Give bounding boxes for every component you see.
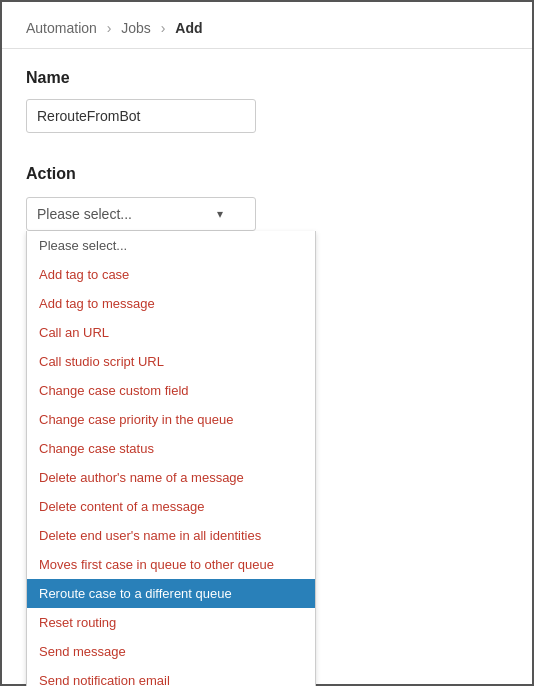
- breadcrumb-part3: Add: [175, 20, 202, 36]
- dropdown-item-placeholder[interactable]: Please select...: [27, 231, 315, 260]
- select-placeholder: Please select...: [37, 206, 132, 222]
- dropdown-item-call_url[interactable]: Call an URL: [27, 318, 315, 347]
- action-select-display[interactable]: Please select... ▾: [26, 197, 256, 231]
- breadcrumb: Automation › Jobs › Add: [2, 2, 532, 49]
- dropdown-item-call_studio[interactable]: Call studio script URL: [27, 347, 315, 376]
- action-section: Action Please select... ▾ Please select.…: [26, 165, 508, 231]
- dropdown-item-add_tag_message[interactable]: Add tag to message: [27, 289, 315, 318]
- dropdown-item-reroute[interactable]: Reroute case to a different queue: [27, 579, 315, 608]
- dropdown-item-send_message[interactable]: Send message: [27, 637, 315, 666]
- dropdown-item-change_priority[interactable]: Change case priority in the queue: [27, 405, 315, 434]
- dropdown-item-reset_routing[interactable]: Reset routing: [27, 608, 315, 637]
- dropdown-item-add_tag_case[interactable]: Add tag to case: [27, 260, 315, 289]
- dropdown-item-delete_end_user[interactable]: Delete end user's name in all identities: [27, 521, 315, 550]
- dropdown-item-change_status[interactable]: Change case status: [27, 434, 315, 463]
- dropdown-list: Please select...Add tag to caseAdd tag t…: [26, 231, 316, 686]
- dropdown-item-delete_content[interactable]: Delete content of a message: [27, 492, 315, 521]
- dropdown-item-send_notification[interactable]: Send notification email: [27, 666, 315, 686]
- dropdown-item-moves_first[interactable]: Moves first case in queue to other queue: [27, 550, 315, 579]
- dropdown-item-change_custom_field[interactable]: Change case custom field: [27, 376, 315, 405]
- name-label: Name: [26, 69, 508, 87]
- action-label: Action: [26, 165, 508, 183]
- breadcrumb-sep2: ›: [161, 20, 166, 36]
- dropdown-item-delete_author[interactable]: Delete author's name of a message: [27, 463, 315, 492]
- breadcrumb-part1: Automation: [26, 20, 97, 36]
- main-content: Name Action Please select... ▾ Please se…: [2, 49, 532, 251]
- chevron-down-icon: ▾: [217, 207, 223, 221]
- action-select-wrapper: Please select... ▾ Please select...Add t…: [26, 197, 256, 231]
- name-input[interactable]: [26, 99, 256, 133]
- page-container: Automation › Jobs › Add Name Action Plea…: [0, 0, 534, 686]
- breadcrumb-sep1: ›: [107, 20, 112, 36]
- breadcrumb-part2: Jobs: [121, 20, 151, 36]
